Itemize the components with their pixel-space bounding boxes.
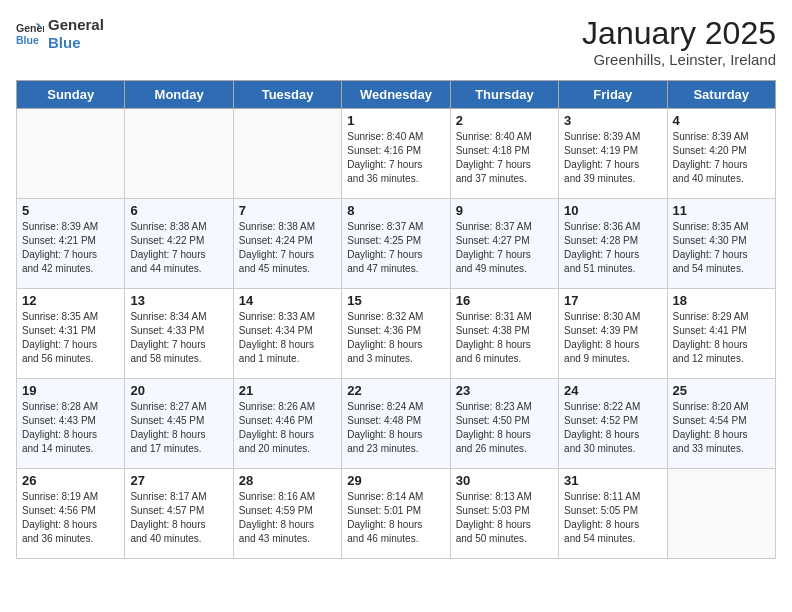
day-number: 9 [456,203,553,218]
calendar-cell [233,109,341,199]
day-info: Sunrise: 8:11 AM Sunset: 5:05 PM Dayligh… [564,490,661,546]
location-subtitle: Greenhills, Leinster, Ireland [582,51,776,68]
weekday-header-sunday: Sunday [17,81,125,109]
day-info: Sunrise: 8:33 AM Sunset: 4:34 PM Dayligh… [239,310,336,366]
day-info: Sunrise: 8:26 AM Sunset: 4:46 PM Dayligh… [239,400,336,456]
calendar-cell: 20Sunrise: 8:27 AM Sunset: 4:45 PM Dayli… [125,379,233,469]
weekday-header-monday: Monday [125,81,233,109]
calendar-cell: 22Sunrise: 8:24 AM Sunset: 4:48 PM Dayli… [342,379,450,469]
day-info: Sunrise: 8:38 AM Sunset: 4:24 PM Dayligh… [239,220,336,276]
calendar-cell: 16Sunrise: 8:31 AM Sunset: 4:38 PM Dayli… [450,289,558,379]
calendar-cell: 2Sunrise: 8:40 AM Sunset: 4:18 PM Daylig… [450,109,558,199]
day-number: 20 [130,383,227,398]
page-header: General Blue General Blue January 2025 G… [16,16,776,68]
day-number: 28 [239,473,336,488]
day-info: Sunrise: 8:13 AM Sunset: 5:03 PM Dayligh… [456,490,553,546]
day-number: 3 [564,113,661,128]
day-number: 26 [22,473,119,488]
svg-text:Blue: Blue [16,34,39,46]
day-number: 23 [456,383,553,398]
calendar-cell: 31Sunrise: 8:11 AM Sunset: 5:05 PM Dayli… [559,469,667,559]
calendar-cell: 26Sunrise: 8:19 AM Sunset: 4:56 PM Dayli… [17,469,125,559]
day-number: 2 [456,113,553,128]
calendar-cell: 13Sunrise: 8:34 AM Sunset: 4:33 PM Dayli… [125,289,233,379]
day-number: 10 [564,203,661,218]
calendar-cell: 21Sunrise: 8:26 AM Sunset: 4:46 PM Dayli… [233,379,341,469]
calendar-cell: 12Sunrise: 8:35 AM Sunset: 4:31 PM Dayli… [17,289,125,379]
day-info: Sunrise: 8:35 AM Sunset: 4:30 PM Dayligh… [673,220,770,276]
calendar-cell: 18Sunrise: 8:29 AM Sunset: 4:41 PM Dayli… [667,289,775,379]
calendar-cell [125,109,233,199]
day-info: Sunrise: 8:36 AM Sunset: 4:28 PM Dayligh… [564,220,661,276]
calendar-cell: 8Sunrise: 8:37 AM Sunset: 4:25 PM Daylig… [342,199,450,289]
day-number: 22 [347,383,444,398]
calendar-cell: 14Sunrise: 8:33 AM Sunset: 4:34 PM Dayli… [233,289,341,379]
day-info: Sunrise: 8:34 AM Sunset: 4:33 PM Dayligh… [130,310,227,366]
day-number: 1 [347,113,444,128]
day-info: Sunrise: 8:40 AM Sunset: 4:16 PM Dayligh… [347,130,444,186]
day-number: 7 [239,203,336,218]
calendar-cell: 19Sunrise: 8:28 AM Sunset: 4:43 PM Dayli… [17,379,125,469]
day-info: Sunrise: 8:20 AM Sunset: 4:54 PM Dayligh… [673,400,770,456]
weekday-header-wednesday: Wednesday [342,81,450,109]
day-number: 11 [673,203,770,218]
day-number: 19 [22,383,119,398]
calendar-cell: 17Sunrise: 8:30 AM Sunset: 4:39 PM Dayli… [559,289,667,379]
day-info: Sunrise: 8:14 AM Sunset: 5:01 PM Dayligh… [347,490,444,546]
day-number: 14 [239,293,336,308]
day-info: Sunrise: 8:24 AM Sunset: 4:48 PM Dayligh… [347,400,444,456]
day-number: 13 [130,293,227,308]
calendar-cell [17,109,125,199]
weekday-header-row: SundayMondayTuesdayWednesdayThursdayFrid… [17,81,776,109]
calendar-cell: 23Sunrise: 8:23 AM Sunset: 4:50 PM Dayli… [450,379,558,469]
day-number: 21 [239,383,336,398]
weekday-header-thursday: Thursday [450,81,558,109]
weekday-header-saturday: Saturday [667,81,775,109]
day-number: 17 [564,293,661,308]
title-area: January 2025 Greenhills, Leinster, Irela… [582,16,776,68]
calendar-cell: 4Sunrise: 8:39 AM Sunset: 4:20 PM Daylig… [667,109,775,199]
logo-line2: Blue [48,34,104,52]
day-info: Sunrise: 8:37 AM Sunset: 4:25 PM Dayligh… [347,220,444,276]
day-info: Sunrise: 8:39 AM Sunset: 4:20 PM Dayligh… [673,130,770,186]
calendar-cell: 1Sunrise: 8:40 AM Sunset: 4:16 PM Daylig… [342,109,450,199]
month-title: January 2025 [582,16,776,51]
day-number: 4 [673,113,770,128]
day-number: 25 [673,383,770,398]
calendar-cell: 24Sunrise: 8:22 AM Sunset: 4:52 PM Dayli… [559,379,667,469]
calendar-week-row: 19Sunrise: 8:28 AM Sunset: 4:43 PM Dayli… [17,379,776,469]
day-info: Sunrise: 8:28 AM Sunset: 4:43 PM Dayligh… [22,400,119,456]
day-info: Sunrise: 8:38 AM Sunset: 4:22 PM Dayligh… [130,220,227,276]
calendar-cell: 6Sunrise: 8:38 AM Sunset: 4:22 PM Daylig… [125,199,233,289]
day-info: Sunrise: 8:39 AM Sunset: 4:19 PM Dayligh… [564,130,661,186]
calendar-cell: 10Sunrise: 8:36 AM Sunset: 4:28 PM Dayli… [559,199,667,289]
day-info: Sunrise: 8:32 AM Sunset: 4:36 PM Dayligh… [347,310,444,366]
day-number: 27 [130,473,227,488]
day-info: Sunrise: 8:39 AM Sunset: 4:21 PM Dayligh… [22,220,119,276]
logo-line1: General [48,16,104,34]
day-info: Sunrise: 8:23 AM Sunset: 4:50 PM Dayligh… [456,400,553,456]
calendar-cell: 5Sunrise: 8:39 AM Sunset: 4:21 PM Daylig… [17,199,125,289]
logo: General Blue General Blue [16,16,104,52]
day-info: Sunrise: 8:37 AM Sunset: 4:27 PM Dayligh… [456,220,553,276]
calendar-table: SundayMondayTuesdayWednesdayThursdayFrid… [16,80,776,559]
day-number: 31 [564,473,661,488]
weekday-header-tuesday: Tuesday [233,81,341,109]
calendar-week-row: 26Sunrise: 8:19 AM Sunset: 4:56 PM Dayli… [17,469,776,559]
day-info: Sunrise: 8:30 AM Sunset: 4:39 PM Dayligh… [564,310,661,366]
day-number: 5 [22,203,119,218]
day-number: 16 [456,293,553,308]
calendar-cell: 29Sunrise: 8:14 AM Sunset: 5:01 PM Dayli… [342,469,450,559]
calendar-cell: 30Sunrise: 8:13 AM Sunset: 5:03 PM Dayli… [450,469,558,559]
day-info: Sunrise: 8:29 AM Sunset: 4:41 PM Dayligh… [673,310,770,366]
calendar-cell: 7Sunrise: 8:38 AM Sunset: 4:24 PM Daylig… [233,199,341,289]
calendar-cell: 9Sunrise: 8:37 AM Sunset: 4:27 PM Daylig… [450,199,558,289]
calendar-week-row: 5Sunrise: 8:39 AM Sunset: 4:21 PM Daylig… [17,199,776,289]
day-info: Sunrise: 8:35 AM Sunset: 4:31 PM Dayligh… [22,310,119,366]
calendar-week-row: 1Sunrise: 8:40 AM Sunset: 4:16 PM Daylig… [17,109,776,199]
svg-text:General: General [16,22,44,34]
day-info: Sunrise: 8:40 AM Sunset: 4:18 PM Dayligh… [456,130,553,186]
calendar-cell: 3Sunrise: 8:39 AM Sunset: 4:19 PM Daylig… [559,109,667,199]
day-info: Sunrise: 8:22 AM Sunset: 4:52 PM Dayligh… [564,400,661,456]
day-number: 29 [347,473,444,488]
